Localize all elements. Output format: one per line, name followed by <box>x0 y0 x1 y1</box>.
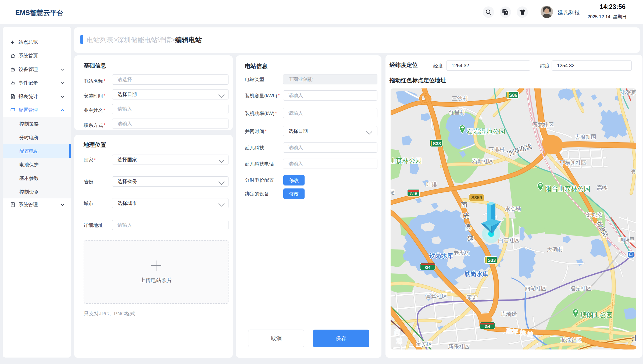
svg-text:部九窝: 部九窝 <box>586 212 602 218</box>
svg-text:小张家: 小张家 <box>620 90 636 95</box>
svg-text:有: 有 <box>631 168 636 174</box>
svg-text:大磡村: 大磡村 <box>547 246 563 252</box>
svg-text:富华社区: 富华社区 <box>426 293 447 299</box>
svg-text:白芒社区: 白芒社区 <box>498 237 520 243</box>
svg-text:下横朗社区: 下横朗社区 <box>560 160 587 166</box>
svg-text:叶排: 叶排 <box>426 181 437 187</box>
svg-text:铁岗水库: 铁岗水库 <box>464 271 488 277</box>
svg-text:S33: S33 <box>488 258 496 263</box>
svg-text:S86: S86 <box>509 93 517 98</box>
svg-text:高: 高 <box>394 328 400 335</box>
svg-text:石新社区: 石新社区 <box>472 158 494 164</box>
svg-text:S33: S33 <box>433 141 441 146</box>
svg-text:零班: 零班 <box>467 294 477 300</box>
svg-text:塘朗山公园: 塘朗山公园 <box>580 311 613 319</box>
svg-text:G4: G4 <box>485 324 490 329</box>
svg-text:高峰: 高峰 <box>597 185 608 191</box>
svg-text:新乐社区: 新乐社区 <box>448 344 470 349</box>
svg-text:高: 高 <box>465 223 472 231</box>
svg-text:山森林公园: 山森林公园 <box>391 157 422 164</box>
svg-text:水窝坳: 水窝坳 <box>505 206 521 212</box>
svg-text:库琦诺: 库琦诺 <box>501 311 517 317</box>
svg-text:三沙村: 三沙村 <box>452 95 468 101</box>
svg-text:宝安区: 宝安区 <box>416 341 432 347</box>
svg-text:丽湖社区: 丽湖社区 <box>525 286 546 291</box>
svg-text:阳台山森林公园: 阳台山森林公园 <box>545 185 590 192</box>
svg-text:福光社区: 福光社区 <box>570 286 591 291</box>
svg-text:石龙社区: 石龙社区 <box>532 122 554 128</box>
svg-text:下排村: 下排村 <box>488 147 505 152</box>
svg-text:速: 速 <box>467 235 474 242</box>
svg-text:速: 速 <box>396 337 402 344</box>
svg-text:S359: S359 <box>471 195 482 200</box>
svg-text:北: 北 <box>631 335 636 342</box>
svg-text:尾: 尾 <box>391 189 395 195</box>
svg-text:响屿里: 响屿里 <box>619 237 635 243</box>
svg-text:石岩湿地公园: 石岩湿地公园 <box>467 128 505 135</box>
svg-text:老虎坑: 老虎坑 <box>453 250 470 256</box>
svg-text:G4: G4 <box>425 265 431 270</box>
svg-text:大浪新围: 大浪新围 <box>575 134 596 140</box>
svg-text:G15: G15 <box>410 191 417 196</box>
svg-text:龙珠社区: 龙珠社区 <box>560 337 582 343</box>
svg-text:红星村: 红星村 <box>449 109 465 115</box>
svg-text:光: 光 <box>463 212 470 219</box>
svg-text:铁岗水库: 铁岗水库 <box>429 252 453 259</box>
svg-text:南: 南 <box>461 201 467 208</box>
